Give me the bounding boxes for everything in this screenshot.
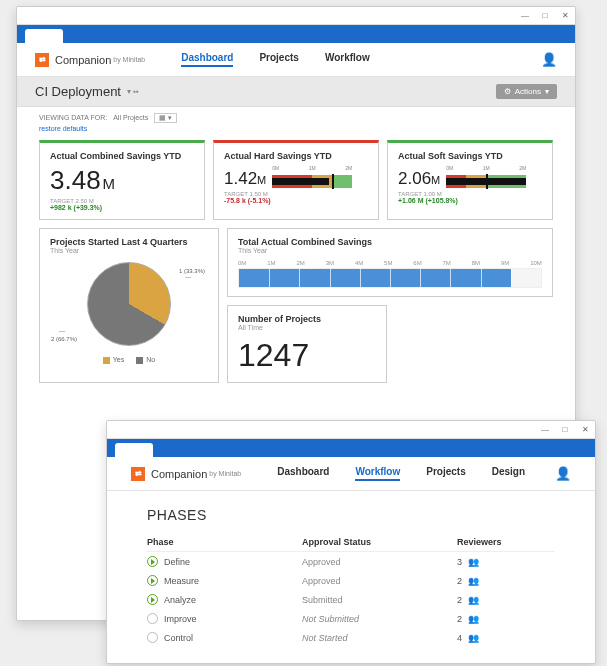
primary-nav: Dashboard Workflow Projects Design [277,466,525,481]
reviewer-count: 2 [457,595,462,605]
nav-workflow[interactable]: Workflow [355,466,400,481]
total-savings-bar [238,268,542,288]
pie-legend: Yes No [50,356,208,364]
user-icon[interactable]: 👤 [541,52,557,67]
browser-tabbar [17,25,575,43]
phase-row[interactable]: AnalyzeSubmitted2👥 [147,590,555,609]
app-header: ⇄ Companion by Minitab Dashboard Project… [17,43,575,77]
window-titlebar: — □ ✕ [17,7,575,25]
window-titlebar: — □ ✕ [107,421,595,439]
workflow-window: — □ ✕ ⇄ Companion by Minitab Dashboard W… [106,420,596,664]
nav-projects[interactable]: Projects [426,466,465,481]
bullet-chart-soft [446,175,526,188]
nav-workflow[interactable]: Workflow [325,52,370,67]
project-count: 1247 [238,337,376,374]
people-icon: 👥 [468,633,479,643]
reset-filters-link[interactable]: restore defaults [39,125,553,132]
circle-icon [147,613,158,624]
phase-row[interactable]: ControlNot Started4👥 [147,628,555,647]
people-icon: 👥 [468,576,479,586]
play-icon [147,556,158,567]
close-icon[interactable]: ✕ [559,10,571,22]
primary-nav: Dashboard Projects Workflow [181,52,370,67]
approval-status: Approved [302,576,457,586]
bullet-chart-hard [272,175,352,188]
page-title: CI Deployment [35,84,121,99]
reviewer-count: 2 [457,614,462,624]
people-icon: 👥 [468,614,479,624]
kpi-soft-savings: Actual Soft Savings YTD 2.06M 0M1M2M TAR… [387,140,553,220]
chevron-down-icon: ▾ [545,87,549,96]
phases-heading: PHASES [147,507,555,523]
actions-button[interactable]: ⚙ Actions ▾ [496,84,557,99]
phase-name: Improve [164,614,197,624]
minimize-icon[interactable]: — [539,424,551,436]
page-subheader: CI Deployment ▾ ▪▪ ⚙ Actions ▾ [17,77,575,107]
phase-row[interactable]: MeasureApproved2👥 [147,571,555,590]
browser-tabbar [107,439,595,457]
app-header: ⇄ Companion by Minitab Dashboard Workflo… [107,457,595,491]
workflow-body: PHASES Phase Approval Status Reviewers D… [107,491,595,663]
brand-logo-icon: ⇄ [35,53,49,67]
brand-byline: by Minitab [113,56,145,63]
nav-design[interactable]: Design [492,466,525,481]
kpi-row: Actual Combined Savings YTD 3.48M TARGET… [17,138,575,228]
close-icon[interactable]: ✕ [579,424,591,436]
reviewer-count: 4 [457,633,462,643]
filter-dropdown[interactable]: ▦ ▾ [154,113,177,123]
phase-name: Control [164,633,193,643]
filter-bar: VIEWING DATA FOR: All Projects ▦ ▾ resto… [17,107,575,138]
bar-axis-ticks: 0M1M2M3M4M5M6M7M8M9M10M [238,260,542,266]
kpi-hard-savings: Actual Hard Savings YTD 1.42M 0M1M2M TAR… [213,140,379,220]
phase-row[interactable]: ImproveNot Submitted2👥 [147,609,555,628]
play-icon [147,575,158,586]
phase-row[interactable]: DefineApproved3👥 [147,552,555,571]
kpi-combined-savings: Actual Combined Savings YTD 3.48M TARGET… [39,140,205,220]
phase-name: Analyze [164,595,196,605]
maximize-icon[interactable]: □ [559,424,571,436]
pie-chart [87,262,171,346]
play-icon [147,594,158,605]
people-icon: 👥 [468,557,479,567]
approval-status: Submitted [302,595,457,605]
browser-tab[interactable] [25,29,63,43]
reviewer-count: 3 [457,557,462,567]
nav-dashboard[interactable]: Dashboard [277,466,329,481]
minimize-icon[interactable]: — [519,10,531,22]
approval-status: Not Started [302,633,457,643]
gear-icon: ⚙ [504,87,511,96]
total-savings-panel: Total Actual Combined Savings This Year … [227,228,553,297]
title-dropdown-icon[interactable]: ▾ ▪▪ [127,87,139,96]
projects-started-panel: Projects Started Last 4 Quarters This Ye… [39,228,219,383]
maximize-icon[interactable]: □ [539,10,551,22]
phase-name: Measure [164,576,199,586]
phases-table: Phase Approval Status Reviewers DefineAp… [147,533,555,647]
nav-dashboard[interactable]: Dashboard [181,52,233,67]
brand-name: Companion [55,54,111,66]
reviewer-count: 2 [457,576,462,586]
user-icon[interactable]: 👤 [555,466,571,481]
approval-status: Not Submitted [302,614,457,624]
circle-icon [147,632,158,643]
nav-projects[interactable]: Projects [259,52,298,67]
brand-byline: by Minitab [209,470,241,477]
people-icon: 👥 [468,595,479,605]
brand-logo-icon: ⇄ [131,467,145,481]
browser-tab[interactable] [115,443,153,457]
phase-name: Define [164,557,190,567]
number-projects-panel: Number of Projects All Time 1247 [227,305,387,383]
approval-status: Approved [302,557,457,567]
brand-name: Companion [151,468,207,480]
